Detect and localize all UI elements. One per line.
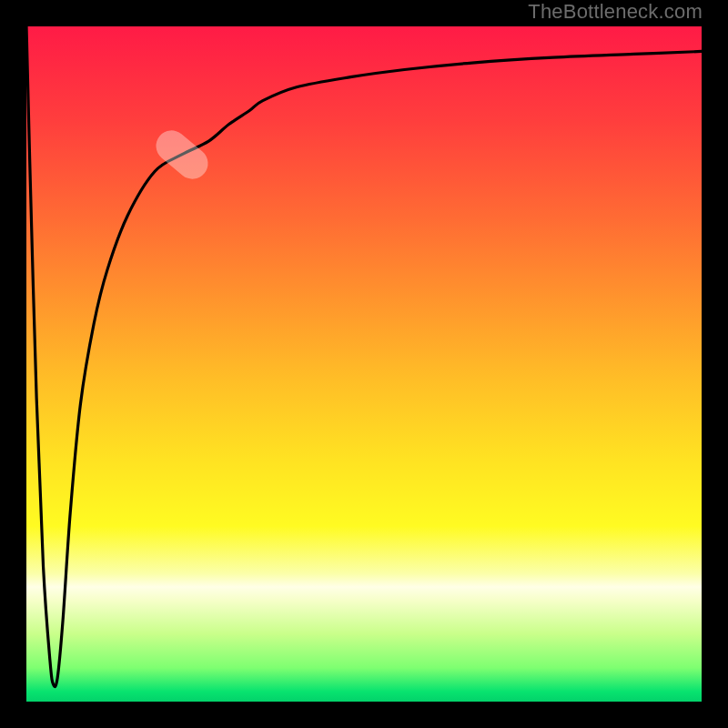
attribution-text: TheBottleneck.com xyxy=(528,0,703,24)
plot-area xyxy=(26,26,702,702)
bottleneck-curve xyxy=(26,26,702,702)
chart-stage: TheBottleneck.com xyxy=(0,0,728,728)
